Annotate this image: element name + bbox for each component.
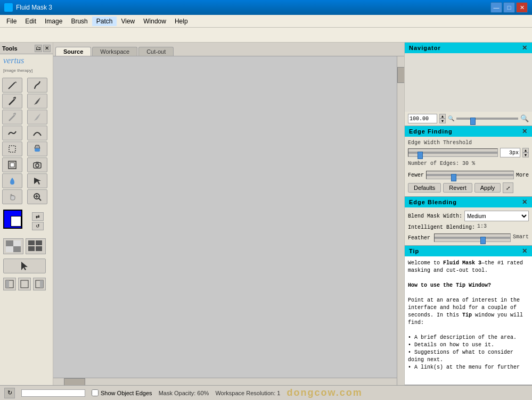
feather-row: Feather Smart (408, 234, 529, 242)
menu-view[interactable]: View (117, 16, 139, 26)
edges-slider[interactable] (427, 174, 513, 176)
svg-rect-5 (35, 148, 40, 152)
tools-panel-pin[interactable]: 🗂 (35, 45, 42, 52)
apply-button[interactable]: Apply (474, 183, 501, 193)
fewer-more-row: Fewer More (408, 171, 529, 179)
svg-rect-22 (36, 246, 42, 251)
tip-bullet-1: • A brief description of the area. (408, 335, 517, 340)
layout-icons (0, 276, 53, 293)
intelligent-blending-value: 1:3 (477, 223, 487, 229)
close-window-button[interactable]: ✕ (516, 2, 528, 13)
brush-tool-button[interactable] (2, 94, 22, 109)
vertical-scroll-thumb[interactable] (397, 67, 404, 83)
hand-tool-button[interactable] (2, 189, 22, 204)
selection-arrow-button[interactable] (3, 259, 46, 273)
threshold-value-input[interactable] (500, 148, 520, 157)
vertus-name: vertus (3, 56, 24, 65)
tools-panel-close[interactable]: ✕ (43, 45, 51, 52)
tool-grid (0, 76, 53, 206)
toolbar (0, 28, 532, 43)
layout-1-button[interactable] (3, 278, 16, 290)
menu-file[interactable]: File (2, 16, 21, 26)
more-label: More (516, 172, 529, 178)
eraser2-tool-button[interactable] (27, 110, 47, 124)
edge-finding-section: Edge Finding ✕ Edge Width Threshold ▲ ▼ (405, 126, 532, 197)
workspace-resolution-text: Workspace Resolution: 1 (215, 390, 280, 396)
edges-slider-container (426, 171, 514, 179)
edge-width-threshold-label: Edge Width Threshold (408, 140, 529, 146)
layout-3-button[interactable] (33, 278, 46, 290)
menu-brush[interactable]: Brush (67, 16, 92, 26)
pencil-tool-button[interactable] (2, 78, 22, 93)
tip-bullet-3: • Suggestions of what to consider doing … (408, 349, 513, 363)
edge-finding-content: Edge Width Threshold ▲ ▼ Number of Edges… (405, 137, 532, 196)
arrow-tool-button[interactable] (27, 173, 47, 188)
maximize-button[interactable]: □ (503, 2, 515, 13)
bucket-tool-button[interactable] (27, 141, 47, 156)
threshold-decrement-button[interactable]: ▼ (522, 153, 529, 157)
menu-help[interactable]: Help (170, 16, 192, 26)
drop-tool-button[interactable] (2, 173, 22, 188)
tip-how-to-title: How to use the Tip Window? (408, 282, 491, 288)
wave-tool-button[interactable] (2, 126, 22, 140)
revert-button[interactable]: Revert (443, 183, 472, 193)
defaults-button[interactable]: Defaults (408, 183, 441, 193)
layout-2-button[interactable] (18, 278, 31, 290)
grid-tool-button[interactable] (26, 238, 46, 254)
reset-colors-button[interactable]: ↺ (32, 222, 44, 230)
zoom-spin-buttons: ▲ ▼ (439, 114, 446, 123)
navigator-zoom-row: ▲ ▼ 🔍 🔍 (405, 112, 532, 126)
edge-blending-close-button[interactable]: ✕ (522, 198, 528, 206)
background-color-swatch[interactable] (11, 216, 21, 227)
tip-content[interactable]: Welcome to Fluid Mask 3—the #1 rated mas… (405, 256, 532, 385)
refresh-button[interactable]: ↻ (4, 388, 15, 398)
tab-source[interactable]: Source (55, 47, 91, 56)
edge-blending-content: Blend Mask Width: Medium Narrow Wide Int… (405, 207, 532, 245)
main-layout: Tools 🗂 ✕ vertus [image therapy] (0, 43, 532, 385)
tab-bar: Source Workspace Cut-out (53, 43, 404, 56)
expand-button[interactable]: ⤢ (503, 182, 513, 193)
minimize-button[interactable]: — (490, 2, 502, 13)
edge-blending-header: Edge Blending ✕ (405, 197, 532, 207)
ink-tool-button[interactable] (27, 78, 47, 93)
threshold-slider[interactable] (408, 152, 497, 154)
frame-tool-button[interactable] (2, 157, 22, 172)
tip-close-button[interactable]: ✕ (522, 247, 528, 255)
navigator-close-button[interactable]: ✕ (522, 44, 528, 52)
horizontal-scroll-thumb[interactable] (64, 378, 85, 385)
select-rect-tool-button[interactable] (2, 141, 22, 156)
tab-workspace[interactable]: Workspace (92, 47, 137, 56)
camera-tool-button[interactable] (27, 157, 47, 172)
tab-cutout[interactable]: Cut-out (138, 47, 174, 56)
curve-tool-button[interactable] (27, 126, 47, 140)
feather-slider[interactable] (435, 237, 510, 239)
menu-edit[interactable]: Edit (21, 16, 40, 26)
smart-label: Smart (513, 234, 529, 240)
tip-intro: Welcome to Fluid Mask 3—the #1 rated mas… (408, 260, 523, 273)
menu-window[interactable]: Window (139, 16, 170, 26)
feather-tool-button[interactable] (27, 94, 47, 109)
zoom-in-icon: 🔍 (520, 114, 529, 123)
vertus-logo: vertus [image therapy] (0, 54, 53, 76)
show-edges-checkbox[interactable] (92, 389, 99, 396)
checkerboard-tool-button[interactable] (3, 238, 23, 254)
blend-mask-select[interactable]: Medium Narrow Wide (464, 211, 529, 221)
edge-blending-section: Edge Blending ✕ Blend Mask Width: Medium… (405, 197, 532, 246)
show-edges-label: Show Object Edges (92, 389, 152, 396)
menu-image[interactable]: Image (40, 16, 67, 26)
center-area: Source Workspace Cut-out (53, 43, 404, 385)
zoom-increment-button[interactable]: ▲ (439, 114, 446, 119)
horizontal-scrollbar[interactable] (53, 378, 397, 385)
status-bar: ↻ Show Object Edges Mask Opacity: 60% Wo… (0, 385, 532, 400)
vertical-scrollbar[interactable] (397, 56, 404, 385)
zoom-tool-button[interactable] (27, 189, 47, 204)
zoom-slider[interactable] (456, 118, 518, 120)
color-controls: ⇄ ↺ (32, 212, 44, 230)
swap-colors-button[interactable]: ⇄ (32, 212, 44, 221)
zoom-value-input[interactable] (408, 114, 437, 123)
edge-finding-close-button[interactable]: ✕ (522, 128, 528, 135)
menu-patch[interactable]: Patch (92, 16, 117, 26)
zoom-decrement-button[interactable]: ▼ (439, 119, 446, 123)
eraser-tool-button[interactable] (2, 110, 22, 124)
threshold-increment-button[interactable]: ▲ (522, 148, 529, 153)
